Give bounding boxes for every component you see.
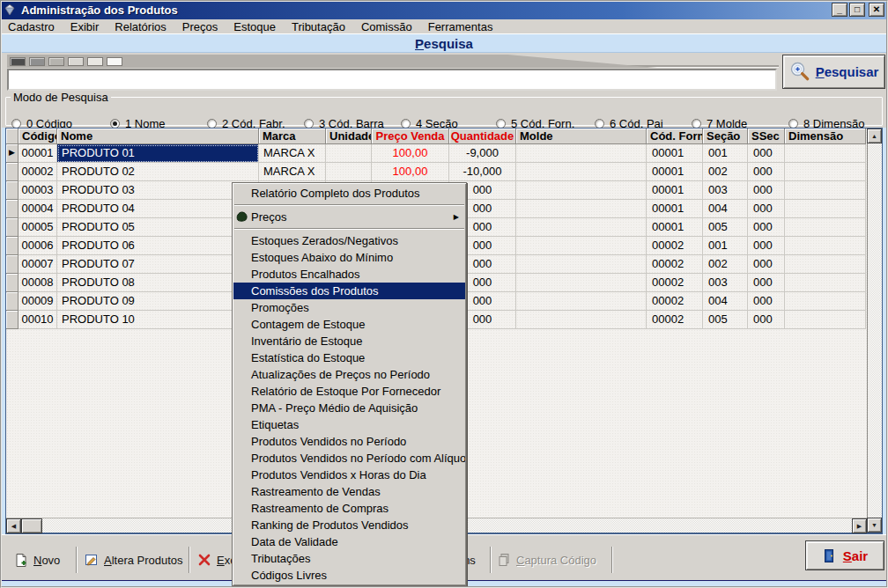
scroll-right-icon[interactable]: ▶ [852, 518, 867, 533]
context-menu-item-rastreamento-de-vendas[interactable]: Rastreamento de Vendas [233, 483, 465, 500]
context-menu-item-codigos-livres[interactable]: Códigos Livres [233, 567, 465, 584]
context-menu-item-produtos-vendidos-no-periodo-com-aliquotas[interactable]: Produtos Vendidos no Período com Alíquot… [233, 450, 465, 467]
scroll-up-icon[interactable]: ▲ [867, 129, 882, 143]
cell-forn: 00002 [647, 255, 703, 274]
context-menu-item-label: Produtos Vendidos no Período com Alíquot… [251, 452, 465, 465]
context-menu-item-estoques-abaixo-do-minimo[interactable]: Estoques Abaixo do Mínimo [233, 249, 465, 266]
search-heading: Pesquisa [415, 36, 473, 51]
context-menu-item-pma-preco-medio-de-aquisicao[interactable]: PMA - Preço Médio de Aquisição [233, 400, 465, 416]
row-indicator-cell [6, 274, 18, 292]
cell-ssec: 000 [748, 218, 785, 237]
context-menu-item-comissoes-dos-produtos[interactable]: Comissões dos Produtos [233, 283, 465, 299]
minimize-button[interactable]: _ [832, 3, 847, 17]
grid-header: CódigoNomeMarcaUnidadePreço VendaQuantid… [6, 129, 882, 144]
menubar-item-precos[interactable]: Preços [174, 19, 226, 34]
context-menu-item-tributacoes[interactable]: Tributações [233, 550, 465, 567]
close-button[interactable]: ✕ [869, 3, 884, 17]
menubar-item-cadastro[interactable]: Cadastro [0, 19, 63, 34]
search-button[interactable]: Pesquisar [782, 55, 885, 89]
context-menu-item-atualizacoes-de-precos-no-periodo[interactable]: Atualizações de Preços no Período [233, 366, 465, 383]
context-menu-item-inventario-de-estoque[interactable]: Inventário de Estoque [233, 333, 465, 349]
context-menu-item-label: Produtos Vendidos x Horas do Dia [251, 468, 426, 481]
column-header-marca: Marca [259, 129, 326, 144]
toolbar-button-novo[interactable]: Novo [14, 548, 60, 571]
cell-nome: PRODUTO 05 [57, 218, 259, 237]
scroll-left-icon[interactable]: ◀ [6, 518, 21, 533]
search-mode-legend: Modo de Pesquisa [11, 91, 111, 104]
row-indicator-cell [6, 255, 18, 274]
cell-secao: 002 [703, 255, 748, 274]
menubar-item-estoque[interactable]: Estoque [226, 19, 284, 34]
context-menu-item-produtos-encalhados[interactable]: Produtos Encalhados [233, 266, 465, 283]
menubar-item-relatorios[interactable]: Relatórios [107, 19, 174, 34]
maximize-button[interactable]: □ [849, 3, 865, 17]
toolbar-separator [490, 547, 492, 573]
cell-molde [516, 237, 647, 255]
cell-dim [785, 292, 866, 311]
cell-ssec: 000 [748, 144, 785, 163]
exit-button[interactable]: Sair [805, 540, 884, 570]
deco-box [48, 57, 64, 66]
row-indicator-cell [6, 218, 18, 237]
row-indicator-cell [6, 200, 18, 218]
context-menu-item-label: Estoques Abaixo do Mínimo [251, 251, 393, 264]
context-menu-item-data-de-validade[interactable]: Data de Validade [233, 533, 465, 550]
table-row[interactable]: ▶00001PRODUTO 01MARCA X100,00-9,00000001… [6, 144, 882, 163]
toolbar-button-altera-produtos[interactable]: Altera Produtos [85, 548, 183, 571]
cell-codigo: 00004 [18, 200, 57, 218]
cell-ssec: 000 [748, 163, 785, 181]
context-menu-item-estoques-zerados-negativos[interactable]: Estoques Zerados/Negativos [233, 232, 465, 249]
table-row[interactable]: 00002PRODUTO 02MARCA X100,00-10,00000001… [6, 163, 882, 181]
cell-unidade [326, 144, 372, 163]
cell-qtd: -9,000 [449, 144, 516, 163]
cell-nome: PRODUTO 03 [57, 181, 259, 200]
cell-unidade [326, 163, 372, 181]
scroll-thumb[interactable] [21, 518, 42, 533]
cell-forn: 00002 [647, 311, 703, 329]
cell-ssec: 000 [748, 181, 785, 200]
context-menu-item-label: Estoques Zerados/Negativos [251, 234, 398, 247]
context-menu-item-promocoes[interactable]: Promoções [233, 299, 465, 316]
titlebar: Administração dos Produtos _ □ ✕ [0, 0, 888, 19]
context-menu-item-relatorio-completo-dos-produtos[interactable]: Relatório Completo dos Produtos [233, 185, 465, 202]
vertical-scrollbar[interactable]: ▲ ▼ [867, 129, 882, 533]
cell-secao: 003 [703, 181, 748, 200]
context-menu-item-label: Estatística do Estoque [251, 351, 365, 364]
search-input[interactable] [7, 69, 777, 91]
cell-dim [785, 255, 866, 274]
cell-ssec: 000 [748, 255, 785, 274]
context-menu-item-label: Preços [251, 210, 286, 224]
context-menu-item-estatistica-do-estoque[interactable]: Estatística do Estoque [233, 349, 465, 366]
cell-forn: 00002 [647, 292, 703, 311]
cell-dim [785, 274, 866, 292]
context-menu-item-precos[interactable]: Preços▶ [233, 209, 465, 225]
cell-molde [516, 218, 647, 237]
context-menu-item-label: Relatório de Estoque Por Fornecedor [251, 385, 440, 398]
context-menu-item-label: Produtos Encalhados [251, 268, 360, 281]
context-menu-item-produtos-vendidos-no-periodo[interactable]: Produtos Vendidos no Período [233, 433, 465, 450]
cell-nome: PRODUTO 09 [57, 292, 259, 311]
context-menu-item-relatorio-de-estoque-por-fornecedor[interactable]: Relatório de Estoque Por Fornecedor [233, 383, 465, 400]
toolbar-button-captura-codigo[interactable]: Captura Código [497, 548, 596, 571]
menubar-item-comissao[interactable]: Comissão [353, 19, 420, 34]
deco-box [10, 57, 26, 66]
context-menu-item-rastreamento-de-compras[interactable]: Rastreamento de Compras [233, 500, 465, 517]
menubar-item-ferramentas[interactable]: Ferramentas [420, 19, 501, 34]
gradient-decoration [7, 55, 657, 68]
context-menu-item-produtos-vendidos-x-horas-do-dia[interactable]: Produtos Vendidos x Horas do Dia [233, 467, 465, 483]
cell-molde [516, 144, 647, 163]
cell-dim [785, 200, 866, 218]
context-menu-item-etiquetas[interactable]: Etiquetas [233, 416, 465, 433]
menubar-item-tributacao[interactable]: Tributação [284, 19, 353, 34]
cell-codigo: 00005 [18, 218, 57, 237]
row-indicator-cell [6, 311, 18, 329]
cell-secao: 005 [703, 218, 748, 237]
context-menu-item-ranking-de-produtos-vendidos[interactable]: Ranking de Produtos Vendidos [233, 517, 465, 533]
cell-preco: 100,00 [372, 163, 449, 181]
scroll-down-icon[interactable]: ▼ [867, 518, 882, 533]
radio-dot [113, 121, 117, 126]
menu-separator [234, 228, 464, 230]
cell-dim [785, 181, 866, 200]
menubar-item-exibir[interactable]: Exibir [63, 19, 107, 34]
context-menu-item-contagem-de-estoque[interactable]: Contagem de Estoque [233, 316, 465, 333]
